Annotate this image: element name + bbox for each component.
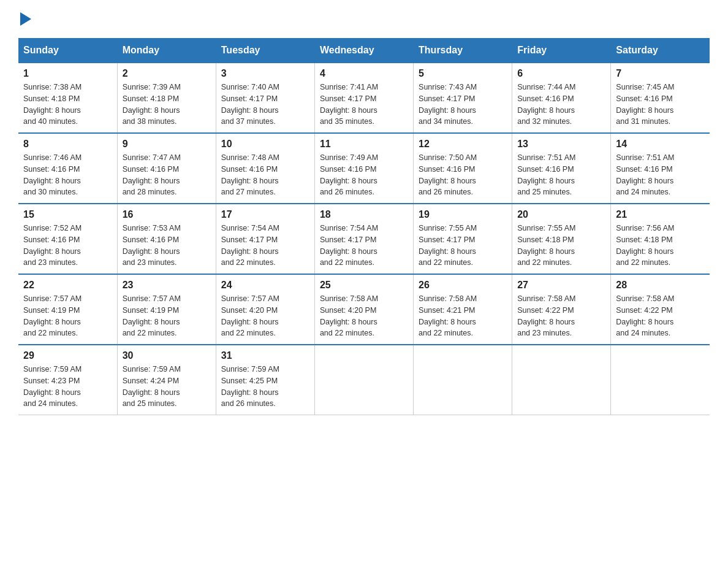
calendar-cell: 20 Sunrise: 7:55 AMSunset: 4:18 PMDaylig… [512,204,611,274]
day-info: Sunrise: 7:56 AMSunset: 4:18 PMDaylight:… [616,224,674,267]
day-number: 28 [616,280,705,291]
calendar-cell [414,345,512,415]
calendar-cell [611,345,710,415]
day-number: 7 [616,68,705,79]
day-number: 11 [320,139,408,150]
day-info: Sunrise: 7:55 AMSunset: 4:18 PMDaylight:… [517,224,575,267]
calendar-cell: 10 Sunrise: 7:48 AMSunset: 4:16 PMDaylig… [216,133,314,204]
calendar-week-row: 15 Sunrise: 7:52 AMSunset: 4:16 PMDaylig… [18,204,710,274]
calendar-cell [512,345,611,415]
day-info: Sunrise: 7:57 AMSunset: 4:19 PMDaylight:… [23,294,82,337]
calendar-week-row: 22 Sunrise: 7:57 AMSunset: 4:19 PMDaylig… [18,274,710,345]
day-number: 1 [23,68,112,79]
day-info: Sunrise: 7:57 AMSunset: 4:20 PMDaylight:… [221,294,279,337]
calendar-cell: 23 Sunrise: 7:57 AMSunset: 4:19 PMDaylig… [117,274,216,345]
calendar-cell: 27 Sunrise: 7:58 AMSunset: 4:22 PMDaylig… [512,274,611,345]
logo-arrow-icon [20,12,31,26]
day-info: Sunrise: 7:54 AMSunset: 4:17 PMDaylight:… [320,224,378,267]
day-number: 10 [221,139,309,150]
calendar-cell: 30 Sunrise: 7:59 AMSunset: 4:24 PMDaylig… [117,345,216,415]
day-info: Sunrise: 7:59 AMSunset: 4:23 PMDaylight:… [23,365,82,408]
day-info: Sunrise: 7:45 AMSunset: 4:16 PMDaylight:… [616,83,674,126]
calendar-cell: 12 Sunrise: 7:50 AMSunset: 4:16 PMDaylig… [414,133,512,204]
day-info: Sunrise: 7:55 AMSunset: 4:17 PMDaylight:… [419,224,477,267]
calendar-cell: 25 Sunrise: 7:58 AMSunset: 4:20 PMDaylig… [314,274,413,345]
day-info: Sunrise: 7:59 AMSunset: 4:25 PMDaylight:… [221,365,279,408]
day-number: 13 [517,139,605,150]
calendar-cell: 21 Sunrise: 7:56 AMSunset: 4:18 PMDaylig… [611,204,710,274]
day-info: Sunrise: 7:43 AMSunset: 4:17 PMDaylight:… [419,83,477,126]
logo [18,12,31,26]
day-number: 6 [517,68,605,79]
day-number: 27 [517,280,605,291]
day-info: Sunrise: 7:57 AMSunset: 4:19 PMDaylight:… [123,294,181,337]
day-info: Sunrise: 7:51 AMSunset: 4:16 PMDaylight:… [517,153,575,196]
calendar-cell: 22 Sunrise: 7:57 AMSunset: 4:19 PMDaylig… [18,274,117,345]
day-info: Sunrise: 7:53 AMSunset: 4:16 PMDaylight:… [123,224,181,267]
svg-marker-0 [20,12,31,26]
calendar-cell: 5 Sunrise: 7:43 AMSunset: 4:17 PMDayligh… [414,63,512,133]
day-info: Sunrise: 7:50 AMSunset: 4:16 PMDaylight:… [419,153,477,196]
calendar-cell: 24 Sunrise: 7:57 AMSunset: 4:20 PMDaylig… [216,274,314,345]
day-number: 20 [517,209,605,220]
day-number: 2 [123,68,211,79]
day-number: 31 [221,350,309,361]
calendar-cell: 6 Sunrise: 7:44 AMSunset: 4:16 PMDayligh… [512,63,611,133]
day-number: 9 [123,139,211,150]
day-number: 24 [221,280,309,291]
calendar-week-row: 1 Sunrise: 7:38 AMSunset: 4:18 PMDayligh… [18,63,710,133]
calendar-cell: 19 Sunrise: 7:55 AMSunset: 4:17 PMDaylig… [414,204,512,274]
header-wednesday: Wednesday [314,39,413,63]
day-info: Sunrise: 7:46 AMSunset: 4:16 PMDaylight:… [23,153,82,196]
day-number: 29 [23,350,112,361]
day-info: Sunrise: 7:38 AMSunset: 4:18 PMDaylight:… [23,83,82,126]
day-number: 5 [419,68,507,79]
day-info: Sunrise: 7:40 AMSunset: 4:17 PMDaylight:… [221,83,279,126]
calendar-cell: 17 Sunrise: 7:54 AMSunset: 4:17 PMDaylig… [216,204,314,274]
day-info: Sunrise: 7:44 AMSunset: 4:16 PMDaylight:… [517,83,575,126]
calendar-cell: 16 Sunrise: 7:53 AMSunset: 4:16 PMDaylig… [117,204,216,274]
calendar-cell: 8 Sunrise: 7:46 AMSunset: 4:16 PMDayligh… [18,133,117,204]
day-info: Sunrise: 7:54 AMSunset: 4:17 PMDaylight:… [221,224,279,267]
header-tuesday: Tuesday [216,39,314,63]
calendar-table: SundayMondayTuesdayWednesdayThursdayFrid… [18,38,710,415]
calendar-cell: 7 Sunrise: 7:45 AMSunset: 4:16 PMDayligh… [611,63,710,133]
day-info: Sunrise: 7:49 AMSunset: 4:16 PMDaylight:… [320,153,378,196]
day-number: 21 [616,209,705,220]
calendar-header-row: SundayMondayTuesdayWednesdayThursdayFrid… [18,39,710,63]
calendar-week-row: 29 Sunrise: 7:59 AMSunset: 4:23 PMDaylig… [18,345,710,415]
header [18,12,710,26]
day-number: 14 [616,139,705,150]
header-saturday: Saturday [611,39,710,63]
calendar-week-row: 8 Sunrise: 7:46 AMSunset: 4:16 PMDayligh… [18,133,710,204]
day-number: 30 [123,350,211,361]
day-info: Sunrise: 7:51 AMSunset: 4:16 PMDaylight:… [616,153,674,196]
day-number: 15 [23,209,112,220]
day-info: Sunrise: 7:39 AMSunset: 4:18 PMDaylight:… [123,83,181,126]
day-number: 17 [221,209,309,220]
calendar-cell: 9 Sunrise: 7:47 AMSunset: 4:16 PMDayligh… [117,133,216,204]
day-number: 16 [123,209,211,220]
header-sunday: Sunday [18,39,117,63]
calendar-cell: 11 Sunrise: 7:49 AMSunset: 4:16 PMDaylig… [314,133,413,204]
calendar-cell: 18 Sunrise: 7:54 AMSunset: 4:17 PMDaylig… [314,204,413,274]
day-info: Sunrise: 7:47 AMSunset: 4:16 PMDaylight:… [123,153,181,196]
calendar-cell [314,345,413,415]
calendar-cell: 31 Sunrise: 7:59 AMSunset: 4:25 PMDaylig… [216,345,314,415]
day-info: Sunrise: 7:41 AMSunset: 4:17 PMDaylight:… [320,83,378,126]
day-number: 19 [419,209,507,220]
day-info: Sunrise: 7:48 AMSunset: 4:16 PMDaylight:… [221,153,279,196]
day-number: 18 [320,209,408,220]
day-info: Sunrise: 7:59 AMSunset: 4:24 PMDaylight:… [123,365,181,408]
calendar-cell: 14 Sunrise: 7:51 AMSunset: 4:16 PMDaylig… [611,133,710,204]
day-info: Sunrise: 7:52 AMSunset: 4:16 PMDaylight:… [23,224,82,267]
day-info: Sunrise: 7:58 AMSunset: 4:22 PMDaylight:… [517,294,575,337]
calendar-cell: 29 Sunrise: 7:59 AMSunset: 4:23 PMDaylig… [18,345,117,415]
calendar-cell: 13 Sunrise: 7:51 AMSunset: 4:16 PMDaylig… [512,133,611,204]
calendar-cell: 4 Sunrise: 7:41 AMSunset: 4:17 PMDayligh… [314,63,413,133]
day-info: Sunrise: 7:58 AMSunset: 4:20 PMDaylight:… [320,294,378,337]
header-thursday: Thursday [414,39,512,63]
calendar-cell: 2 Sunrise: 7:39 AMSunset: 4:18 PMDayligh… [117,63,216,133]
calendar-cell: 1 Sunrise: 7:38 AMSunset: 4:18 PMDayligh… [18,63,117,133]
day-info: Sunrise: 7:58 AMSunset: 4:22 PMDaylight:… [616,294,674,337]
